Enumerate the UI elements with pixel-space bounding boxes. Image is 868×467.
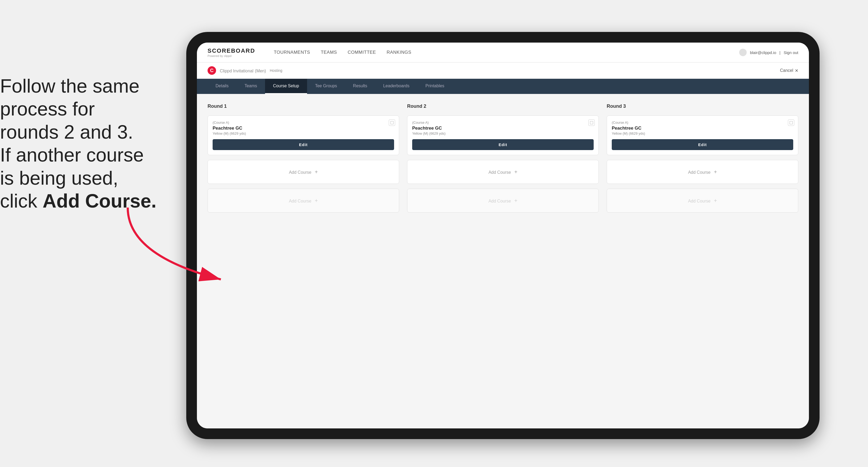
tablet-frame: SCOREBOARD Powered by clippd TOURNAMENTS… bbox=[186, 32, 819, 439]
round-2-add-course-1[interactable]: Add Course + bbox=[407, 160, 599, 184]
round-1-edit-button[interactable]: Edit bbox=[213, 139, 394, 150]
round-1-delete-icon[interactable]: ☐ bbox=[389, 120, 395, 126]
round-2-column: Round 2 ☐ (Course A) Peachtree GC Yellow… bbox=[407, 103, 599, 213]
tab-tee-groups[interactable]: Tee Groups bbox=[307, 79, 345, 94]
logo-area: SCOREBOARD Powered by clippd bbox=[208, 48, 255, 58]
round-2-add-course-label-1: Add Course + bbox=[489, 169, 518, 175]
round-2-add-course-label-2: Add Course + bbox=[489, 198, 518, 204]
nav-committee[interactable]: COMMITTEE bbox=[347, 50, 376, 55]
tab-leaderboards[interactable]: Leaderboards bbox=[375, 79, 417, 94]
nav-teams[interactable]: TEAMS bbox=[321, 50, 337, 55]
tournament-info: C Clippd Invitational (Men) Hosting bbox=[208, 66, 282, 75]
round-1-course-name: Peachtree GC bbox=[213, 126, 394, 131]
round-3-title: Round 3 bbox=[607, 103, 798, 109]
nav-links: TOURNAMENTS TEAMS COMMITTEE RANKINGS bbox=[274, 50, 726, 55]
clippd-logo: C bbox=[208, 66, 216, 75]
tabs-bar: Details Teams Course Setup Tee Groups Re… bbox=[197, 79, 809, 94]
hosting-badge: Hosting bbox=[270, 68, 282, 73]
round-3-course-details: Yellow (M) (6629 yds) bbox=[612, 131, 793, 135]
round-3-edit-button[interactable]: Edit bbox=[612, 139, 793, 150]
round-2-add-course-2: Add Course + bbox=[407, 189, 599, 213]
round-1-add-course-label-2: Add Course + bbox=[289, 198, 318, 204]
round-3-course-card: ☐ (Course A) Peachtree GC Yellow (M) (66… bbox=[607, 116, 798, 155]
instruction-text: Follow the same process for rounds 2 and… bbox=[0, 74, 165, 212]
round-2-delete-icon[interactable]: ☐ bbox=[588, 120, 595, 126]
round-3-column: Round 3 ☐ (Course A) Peachtree GC Yellow… bbox=[607, 103, 798, 213]
round-3-add-course-label-2: Add Course + bbox=[688, 198, 717, 204]
round-2-title: Round 2 bbox=[407, 103, 599, 109]
round-1-add-course-1[interactable]: Add Course + bbox=[208, 160, 399, 184]
round-2-edit-button[interactable]: Edit bbox=[412, 139, 594, 150]
nav-right: blair@clippd.io | Sign out bbox=[739, 49, 798, 56]
tab-details[interactable]: Details bbox=[208, 79, 237, 94]
round-3-course-label: (Course A) bbox=[612, 121, 793, 125]
round-1-add-course-label-1: Add Course + bbox=[289, 169, 318, 175]
tab-results[interactable]: Results bbox=[345, 79, 375, 94]
round-2-course-label: (Course A) bbox=[412, 121, 594, 125]
tab-course-setup[interactable]: Course Setup bbox=[265, 79, 307, 94]
logo-scoreboard: SCOREBOARD bbox=[208, 48, 255, 54]
round-3-add-course-2: Add Course + bbox=[607, 189, 798, 213]
top-nav: SCOREBOARD Powered by clippd TOURNAMENTS… bbox=[197, 42, 809, 63]
round-3-add-course-1[interactable]: Add Course + bbox=[607, 160, 798, 184]
user-email: blair@clippd.io bbox=[750, 50, 776, 55]
round-2-course-details: Yellow (M) (6629 yds) bbox=[412, 131, 594, 135]
nav-rankings[interactable]: RANKINGS bbox=[386, 50, 411, 55]
round-1-title: Round 1 bbox=[208, 103, 399, 109]
tablet-screen: SCOREBOARD Powered by clippd TOURNAMENTS… bbox=[197, 42, 809, 428]
logo-powered: Powered by clippd bbox=[208, 54, 255, 58]
nav-separator: | bbox=[779, 50, 780, 55]
round-3-course-name: Peachtree GC bbox=[612, 126, 793, 131]
round-1-column: Round 1 ☐ (Course A) Peachtree GC Yellow… bbox=[208, 103, 399, 213]
nav-tournaments[interactable]: TOURNAMENTS bbox=[274, 50, 310, 55]
cancel-button[interactable]: Cancel ✕ bbox=[780, 68, 798, 73]
sub-header: C Clippd Invitational (Men) Hosting Canc… bbox=[197, 63, 809, 79]
round-1-course-details: Yellow (M) (6629 yds) bbox=[213, 131, 394, 135]
rounds-grid: Round 1 ☐ (Course A) Peachtree GC Yellow… bbox=[208, 103, 798, 213]
round-2-course-card: ☐ (Course A) Peachtree GC Yellow (M) (66… bbox=[407, 116, 599, 155]
user-avatar bbox=[739, 49, 747, 56]
tournament-name: Clippd Invitational (Men) bbox=[220, 68, 266, 74]
main-content: Round 1 ☐ (Course A) Peachtree GC Yellow… bbox=[197, 94, 809, 428]
round-3-delete-icon[interactable]: ☐ bbox=[788, 120, 794, 126]
round-1-course-card: ☐ (Course A) Peachtree GC Yellow (M) (66… bbox=[208, 116, 399, 155]
sign-out-link[interactable]: Sign out bbox=[784, 50, 798, 55]
round-1-course-label: (Course A) bbox=[213, 121, 394, 125]
round-3-add-course-label-1: Add Course + bbox=[688, 169, 717, 175]
round-1-add-course-2: Add Course + bbox=[208, 189, 399, 213]
tab-teams[interactable]: Teams bbox=[237, 79, 265, 94]
tab-printables[interactable]: Printables bbox=[417, 79, 452, 94]
round-2-course-name: Peachtree GC bbox=[412, 126, 594, 131]
